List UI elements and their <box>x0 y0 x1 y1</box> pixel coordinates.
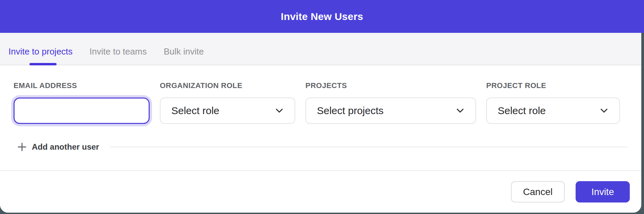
email-address-input[interactable] <box>14 98 150 124</box>
chevron-down-icon <box>456 108 464 113</box>
tab-invite-to-teams[interactable]: Invite to teams <box>89 47 147 65</box>
chevron-down-icon <box>600 108 608 113</box>
add-user-divider <box>110 147 628 147</box>
modal-footer: Cancel Invite <box>0 171 641 213</box>
invite-modal: Invite to projects Invite to teams Bulk … <box>0 33 641 213</box>
organization-role-value: Select role <box>171 105 219 116</box>
active-tab-underline <box>29 63 57 65</box>
organization-role-select[interactable]: Select role <box>160 98 295 124</box>
organization-role-label: ORGANIZATION ROLE <box>160 81 295 90</box>
invite-row: EMAIL ADDRESS ORGANIZATION ROLE Select r… <box>14 81 628 124</box>
project-role-value: Select role <box>498 105 546 116</box>
tab-bar: Invite to projects Invite to teams Bulk … <box>0 33 641 65</box>
add-another-user-button[interactable]: Add another user <box>14 142 99 152</box>
page: Invite New Users Invite to projects Invi… <box>0 0 644 214</box>
invite-button[interactable]: Invite <box>576 181 630 202</box>
organization-role-column: ORGANIZATION ROLE Select role <box>160 81 295 124</box>
projects-value: Select projects <box>317 105 384 116</box>
project-role-select[interactable]: Select role <box>486 98 620 124</box>
email-address-column: EMAIL ADDRESS <box>14 81 150 124</box>
plus-icon <box>17 142 27 152</box>
chevron-down-icon <box>276 108 283 113</box>
projects-label: PROJECTS <box>305 81 476 90</box>
project-role-column: PROJECT ROLE Select role <box>486 81 620 124</box>
form-area: EMAIL ADDRESS ORGANIZATION ROLE Select r… <box>0 65 641 170</box>
modal-title: Invite New Users <box>281 11 363 22</box>
add-another-user-label: Add another user <box>32 142 99 152</box>
projects-select[interactable]: Select projects <box>305 98 476 124</box>
tab-bulk-invite[interactable]: Bulk invite <box>164 47 204 65</box>
project-role-label: PROJECT ROLE <box>486 81 620 90</box>
projects-column: PROJECTS Select projects <box>305 81 476 124</box>
email-address-label: EMAIL ADDRESS <box>14 81 150 90</box>
add-user-row: Add another user <box>14 142 628 152</box>
cancel-button[interactable]: Cancel <box>511 181 565 202</box>
tab-invite-to-projects[interactable]: Invite to projects <box>8 47 72 65</box>
modal-header: Invite New Users <box>0 0 644 33</box>
